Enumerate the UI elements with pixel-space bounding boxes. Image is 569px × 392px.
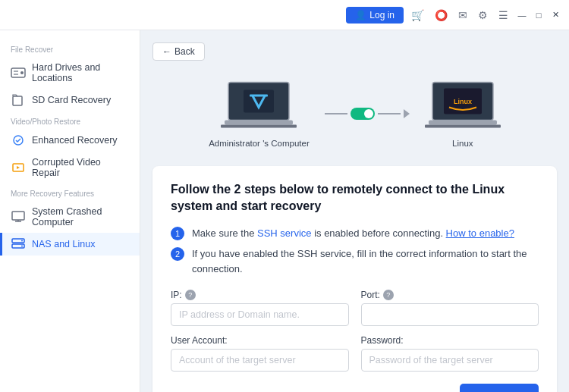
svg-rect-22 xyxy=(429,121,497,125)
linux-laptop-svg: Linux xyxy=(425,79,501,136)
step-2-text: If you have enabled the SSH service, fil… xyxy=(192,246,539,276)
info-card: Follow the 2 steps below to remotely con… xyxy=(152,166,557,392)
ip-input[interactable] xyxy=(171,303,349,326)
step-num-2: 2 xyxy=(171,247,184,261)
port-label: Port: ? xyxy=(361,290,539,300)
sidebar-item-sd-card[interactable]: SD Card Recovery xyxy=(0,89,140,111)
svg-rect-16 xyxy=(250,95,268,97)
svg-rect-7 xyxy=(12,212,24,220)
admin-computer-block: Administrator 's Computer xyxy=(209,79,310,148)
ssh-service-link[interactable]: SSH service xyxy=(257,227,312,239)
sidebar-item-hard-drives[interactable]: Hard Drives and Locations xyxy=(0,57,140,89)
login-button[interactable]: 👤 Log in xyxy=(346,7,404,24)
svg-point-13 xyxy=(21,246,23,247)
svg-text:Linux: Linux xyxy=(454,98,472,105)
user-icon: 👤 xyxy=(355,10,366,20)
cart-icon[interactable]: 🛒 xyxy=(408,8,427,23)
connection-arrow xyxy=(325,108,410,120)
connect-button[interactable]: Connect xyxy=(460,384,539,392)
ip-form-group: IP: ? xyxy=(171,290,349,326)
settings-icon[interactable]: ⚙ xyxy=(475,8,491,23)
port-input[interactable]: 22 xyxy=(361,303,539,326)
svg-rect-4 xyxy=(13,96,22,105)
sidebar-item-corrupted-label: Corrupted Video Repair xyxy=(32,157,129,178)
linux-label: Linux xyxy=(452,139,473,148)
svg-point-12 xyxy=(21,240,23,242)
title-bar: 👤 Log in 🛒 ⭕ ✉ ⚙ ☰ — □ ✕ xyxy=(0,0,569,30)
step-list: 1 Make sure the SSH service is enabled b… xyxy=(171,226,539,277)
sidebar-item-enhanced[interactable]: Enhanced Recovery xyxy=(0,129,140,152)
back-arrow-icon: ← xyxy=(162,46,171,57)
minimize-button[interactable]: — xyxy=(516,9,528,21)
back-button[interactable]: ← Back xyxy=(152,42,205,61)
svg-rect-18 xyxy=(221,125,297,128)
sidebar-item-corrupted[interactable]: Corrupted Video Repair xyxy=(0,152,140,183)
toggle-pill xyxy=(351,108,375,120)
step-1-text: Make sure the SSH service is enabled bef… xyxy=(192,226,514,241)
step-item-1: 1 Make sure the SSH service is enabled b… xyxy=(171,226,539,241)
sidebar-item-enhanced-label: Enhanced Recovery xyxy=(32,135,118,146)
enhanced-icon xyxy=(11,134,26,146)
arrow-line-left xyxy=(325,113,347,114)
user-input[interactable] xyxy=(171,349,349,372)
sidebar-item-hard-drives-label: Hard Drives and Locations xyxy=(32,62,129,83)
admin-laptop-svg xyxy=(221,79,297,136)
form-footer: Connect xyxy=(171,384,539,392)
arrow-head xyxy=(404,109,410,118)
sidebar-item-nas-linux-label: NAS and Linux xyxy=(32,239,95,249)
back-label: Back xyxy=(174,46,195,57)
sidebar: File Recover Hard Drives and Locations S… xyxy=(0,30,140,392)
toggle-circle xyxy=(364,109,373,118)
hard-drives-icon xyxy=(11,67,26,79)
sidebar-item-nas-linux[interactable]: NAS and Linux xyxy=(0,233,140,256)
port-info-icon[interactable]: ? xyxy=(383,290,394,300)
mail-icon[interactable]: ✉ xyxy=(455,8,470,23)
user-form-group: User Account: xyxy=(171,335,349,372)
user-label: User Account: xyxy=(171,335,349,346)
linux-computer-block: Linux Linux xyxy=(425,79,501,148)
svg-rect-17 xyxy=(225,121,293,125)
card-title: Follow the 2 steps below to remotely con… xyxy=(171,181,539,215)
maximize-button[interactable]: □ xyxy=(533,9,545,21)
login-label: Log in xyxy=(369,10,395,20)
sidebar-item-sd-card-label: SD Card Recovery xyxy=(32,95,111,105)
ip-info-icon[interactable]: ? xyxy=(185,290,196,300)
section-label-file-recover: File Recover xyxy=(0,39,140,57)
corrupted-icon xyxy=(11,162,26,174)
title-bar-actions: 👤 Log in 🛒 ⭕ ✉ ⚙ ☰ — □ ✕ xyxy=(346,7,561,24)
admin-computer-label: Administrator 's Computer xyxy=(209,139,310,148)
main-content: ← Back Administrator 's Computer xyxy=(140,30,569,392)
how-to-enable-link[interactable]: How to enable? xyxy=(446,227,514,239)
menu-icon[interactable]: ☰ xyxy=(495,8,511,23)
password-form-group: Password: xyxy=(361,335,539,372)
svg-point-1 xyxy=(20,71,24,74)
step-item-2: 2 If you have enabled the SSH service, f… xyxy=(171,246,539,276)
arrow-line-right xyxy=(378,113,401,114)
sidebar-item-system-crashed-label: System Crashed Computer xyxy=(32,206,129,227)
ip-label: IP: ? xyxy=(171,290,349,300)
section-label-video-restore: Video/Photo Restore xyxy=(0,111,140,129)
app-body: File Recover Hard Drives and Locations S… xyxy=(0,30,569,392)
section-label-more-recovery: More Recovery Features xyxy=(0,183,140,201)
nas-icon xyxy=(11,238,26,250)
diagram-area: Administrator 's Computer Linux xyxy=(152,71,557,155)
password-label: Password: xyxy=(361,335,539,346)
password-input[interactable] xyxy=(361,349,539,372)
svg-rect-23 xyxy=(425,125,501,128)
step-num-1: 1 xyxy=(171,227,184,240)
close-button[interactable]: ✕ xyxy=(549,9,561,21)
sidebar-item-system-crashed[interactable]: System Crashed Computer xyxy=(0,201,140,233)
circle-icon[interactable]: ⭕ xyxy=(432,8,451,23)
port-form-group: Port: ? 22 xyxy=(361,290,539,326)
system-crashed-icon xyxy=(11,211,26,223)
sd-card-icon xyxy=(11,94,26,106)
connection-form: IP: ? Port: ? 22 User Account: xyxy=(171,290,539,372)
